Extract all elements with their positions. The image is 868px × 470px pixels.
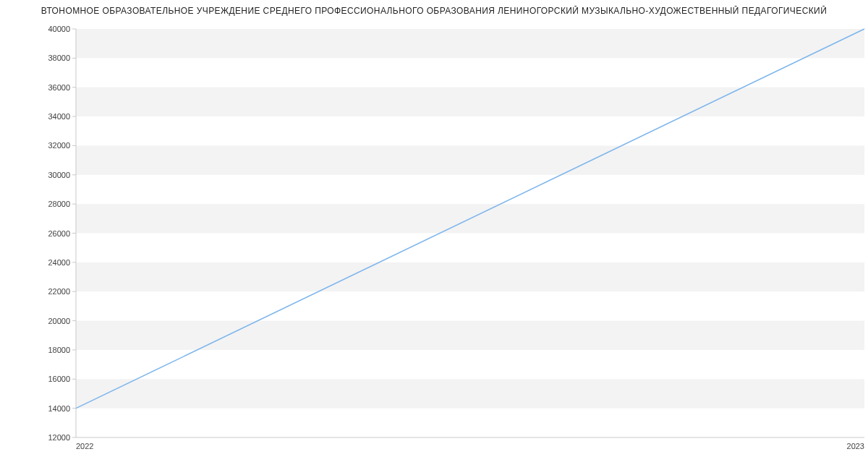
x-tick-label: 2022: [76, 442, 93, 450]
grid-band: [76, 29, 864, 58]
y-tick-label: 24000: [48, 258, 70, 267]
y-tick-label: 16000: [48, 375, 70, 383]
y-tick-label: 22000: [48, 287, 70, 296]
grid-band: [76, 379, 864, 408]
y-tick-label: 18000: [48, 346, 70, 354]
x-tick-label: 2023: [847, 442, 864, 450]
y-tick-label: 20000: [48, 317, 70, 325]
y-tick-label: 32000: [48, 141, 70, 150]
chart-svg: 1200014000160001800020000220002400026000…: [0, 0, 868, 470]
grid-band: [76, 87, 864, 116]
y-tick-label: 34000: [48, 112, 70, 121]
y-tick-label: 40000: [48, 25, 70, 33]
y-tick-label: 30000: [48, 171, 70, 179]
grid-band: [76, 145, 864, 174]
y-tick-label: 12000: [48, 433, 70, 442]
y-tick-label: 26000: [48, 229, 70, 238]
grid-band: [76, 321, 864, 350]
y-tick-label: 14000: [48, 404, 70, 413]
grid-band: [76, 262, 864, 291]
y-tick-label: 38000: [48, 54, 70, 62]
y-tick-label: 36000: [48, 83, 70, 92]
y-tick-label: 28000: [48, 200, 70, 208]
chart-container: ВТОНОМНОЕ ОБРАЗОВАТЕЛЬНОЕ УЧРЕЖДЕНИЕ СРЕ…: [0, 0, 868, 470]
